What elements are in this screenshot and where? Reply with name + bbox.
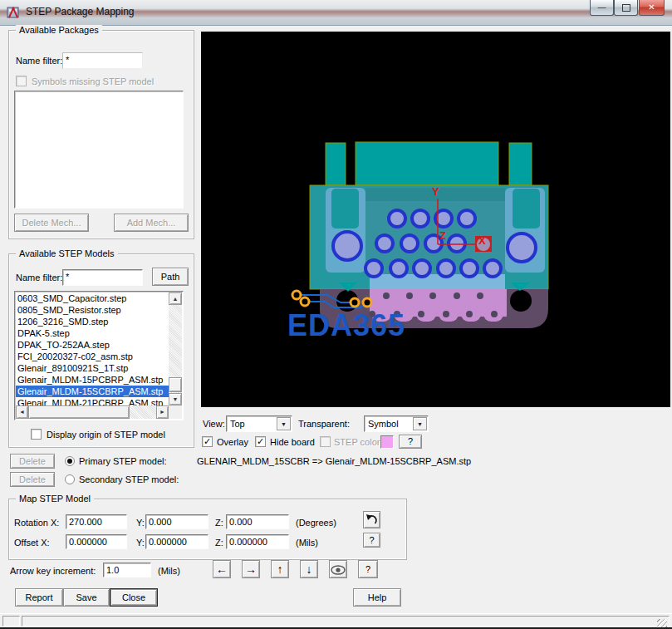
rotation-z-input[interactable]: 0.000 bbox=[226, 514, 289, 529]
secondary-model-radio[interactable] bbox=[65, 474, 75, 484]
step-model-list[interactable]: 0603_SMD_Capacitor.step0805_SMD_Resistor… bbox=[16, 292, 169, 405]
transparent-value: Symbol bbox=[368, 419, 399, 429]
axis-x-label: X bbox=[478, 234, 486, 247]
scroll-right-button[interactable]: ► bbox=[156, 405, 169, 419]
step-model-listbox: 0603_SMD_Capacitor.step0805_SMD_Resistor… bbox=[14, 291, 184, 420]
vertical-scrollbar[interactable]: ▲ ▼ bbox=[169, 292, 182, 405]
name-filter-label: Name filter: bbox=[16, 56, 62, 66]
nudge-up-button[interactable]: ↑ bbox=[271, 560, 289, 578]
save-button[interactable]: Save bbox=[63, 588, 110, 607]
axis-y-label: Y bbox=[432, 185, 439, 198]
symbols-missing-label: Symbols missing STEP model bbox=[32, 76, 154, 86]
list-item[interactable]: FCI_20020327-c02_asm.stp bbox=[16, 351, 169, 362]
increment-help-button[interactable]: ? bbox=[358, 560, 378, 578]
delete-secondary-button[interactable]: Delete bbox=[10, 472, 55, 487]
horizontal-scroll-thumb[interactable] bbox=[28, 405, 130, 419]
help-button[interactable]: Help bbox=[353, 588, 401, 607]
nudge-down-button[interactable]: ↓ bbox=[300, 560, 318, 578]
hide-board-label: Hide board bbox=[270, 437, 315, 447]
scroll-left-button[interactable]: ◄ bbox=[16, 405, 28, 419]
nudge-right-button[interactable]: → bbox=[242, 560, 260, 578]
chevron-down-icon: ▼ bbox=[281, 421, 287, 427]
list-item[interactable]: Glenair_89100921S_1T.stp bbox=[16, 362, 169, 374]
preview-button[interactable] bbox=[329, 560, 347, 578]
display-origin-checkbox[interactable] bbox=[31, 429, 42, 440]
step-color-checkbox[interactable] bbox=[320, 436, 331, 447]
minimize-icon: — bbox=[598, 2, 606, 12]
title-bar[interactable]: STEP Package Mapping — ✕ bbox=[0, 0, 672, 26]
close-icon: ✕ bbox=[648, 2, 655, 12]
map-help-button[interactable]: ? bbox=[363, 533, 380, 548]
scroll-down-button[interactable]: ▼ bbox=[169, 393, 182, 405]
arrow-down-icon: ↓ bbox=[307, 563, 312, 576]
rotation-label: Rotation X: bbox=[14, 518, 59, 528]
delete-mech-button[interactable]: Delete Mech... bbox=[14, 214, 89, 232]
vertical-scroll-thumb[interactable] bbox=[169, 377, 182, 392]
rotation-y-input[interactable]: 0.000 bbox=[145, 514, 208, 529]
window-title: STEP Package Mapping bbox=[26, 6, 135, 17]
packages-list[interactable] bbox=[14, 91, 184, 209]
symbols-missing-checkbox[interactable] bbox=[16, 76, 27, 86]
increment-unit: (Mils) bbox=[158, 566, 180, 576]
package-name-filter-input[interactable]: * bbox=[62, 52, 143, 69]
offset-z-label: Z: bbox=[215, 538, 223, 548]
secondary-model-label: Secondary STEP model: bbox=[79, 474, 179, 484]
rotation-x-input[interactable]: 270.000 bbox=[66, 514, 127, 529]
3d-viewport-canvas: EDA365 Y Z X bbox=[201, 32, 670, 407]
scroll-up-button[interactable]: ▲ bbox=[169, 292, 182, 305]
resize-grip[interactable] bbox=[657, 619, 667, 629]
maximize-button[interactable] bbox=[614, 0, 638, 16]
list-item[interactable]: 0603_SMD_Capacitor.step bbox=[16, 292, 169, 304]
hide-board-checkbox[interactable]: ✓ bbox=[255, 436, 266, 447]
display-origin-label: Display origin of STEP model bbox=[47, 430, 165, 440]
report-button[interactable]: Report bbox=[15, 588, 63, 607]
step-models-group: Available STEP Models Name filter: * Pat… bbox=[8, 253, 194, 448]
watermark-text: EDA365 bbox=[287, 308, 405, 342]
delete-primary-button[interactable]: Delete bbox=[10, 454, 55, 469]
overlay-checkbox[interactable]: ✓ bbox=[202, 436, 213, 447]
step-color-swatch[interactable] bbox=[380, 435, 394, 449]
eye-icon bbox=[331, 565, 346, 575]
view-dropdown[interactable]: Top ▼ bbox=[226, 415, 292, 432]
list-item[interactable]: DPAK_TO-252AA.step bbox=[16, 339, 169, 351]
scrollbar-corner bbox=[169, 405, 182, 419]
offset-z-input[interactable]: 0.000000 bbox=[226, 534, 289, 549]
rotation-y-label: Y: bbox=[136, 518, 145, 528]
offset-y-input[interactable]: 0.000000 bbox=[145, 534, 208, 549]
step-package-mapping-window: STEP Package Mapping — ✕ Available Packa… bbox=[0, 0, 672, 629]
primary-model-radio[interactable] bbox=[65, 456, 75, 466]
view-value: Top bbox=[230, 419, 245, 429]
nudge-left-button[interactable]: ← bbox=[213, 560, 231, 578]
transparent-dropdown[interactable]: Symbol ▼ bbox=[364, 415, 429, 432]
list-item[interactable]: Glenair_MLDM-21PCBRP_ASM.stp bbox=[16, 397, 169, 405]
increment-input[interactable]: 1.0 bbox=[103, 563, 151, 577]
viewport-help-button[interactable]: ? bbox=[399, 435, 422, 449]
list-item[interactable]: Glenair_MLDM-15PCBRP_ASM.stp bbox=[16, 374, 169, 386]
minimize-button[interactable]: — bbox=[590, 0, 614, 16]
scroll-down-icon: ▼ bbox=[173, 396, 179, 402]
mils-label: (Mils) bbox=[296, 538, 318, 548]
list-item[interactable]: 0805_SMD_Resistor.step bbox=[16, 304, 169, 316]
close-button[interactable]: ✕ bbox=[639, 0, 665, 16]
list-item[interactable]: DPAK-5.step bbox=[16, 327, 169, 339]
3d-viewport[interactable]: EDA365 Y Z X bbox=[201, 32, 670, 407]
model-name-filter-label: Name filter: bbox=[16, 273, 62, 283]
path-button[interactable]: Path bbox=[152, 268, 189, 286]
transparent-label: Transparent: bbox=[298, 419, 350, 429]
model-name-filter-input[interactable]: * bbox=[62, 269, 143, 286]
step-color-label: STEP color bbox=[334, 437, 380, 447]
check-icon: ✓ bbox=[257, 436, 264, 446]
close-dialog-button[interactable]: Close bbox=[110, 588, 158, 607]
rotation-z-label: Z: bbox=[215, 518, 223, 528]
undo-rotation-button[interactable] bbox=[363, 511, 380, 528]
primary-model-value: GLENAIR_MLDM_15SCBR => Glenair_MLDM-15SC… bbox=[197, 456, 471, 466]
list-item[interactable]: 1206_3216_SMD.step bbox=[16, 316, 169, 327]
axis-z-label: Z bbox=[439, 229, 446, 242]
primary-model-label: Primary STEP model: bbox=[79, 456, 167, 466]
offset-x-input[interactable]: 0.000000 bbox=[66, 534, 127, 549]
increment-label: Arrow key increment: bbox=[10, 566, 96, 576]
degrees-label: (Degrees) bbox=[296, 518, 336, 528]
add-mech-button[interactable]: Add Mech... bbox=[114, 214, 189, 232]
list-item[interactable]: Glenair_MLDM-15SCBRP_ASM.stp bbox=[16, 386, 169, 397]
horizontal-scrollbar[interactable]: ◄ ► bbox=[16, 405, 169, 419]
